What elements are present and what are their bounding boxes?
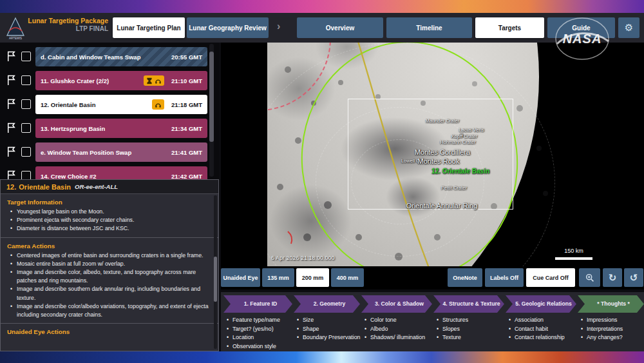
lens-button-135mm[interactable]: 135 mm [262,268,294,287]
app-title: Lunar Targeting Package [26,17,108,25]
bullet-item: Shadows/ illumination [370,333,432,342]
scrollbar-thumb[interactable] [209,52,214,142]
svg-text:ARTEMIS: ARTEMIS [9,37,22,40]
checkbox[interactable] [21,171,31,179]
step-chevron[interactable]: 4. Structure & Texture [433,295,504,313]
tab-lunar-geography-review[interactable]: Lunar Geography Review [187,17,269,38]
timeline-row[interactable]: 11. Glushko Crater (2/2) 21:10 GMT [0,70,219,91]
timeline-row[interactable]: e. Window Team Position Swap 21:41 GMT [0,142,219,162]
timeline-item-time: 21:41 GMT [167,149,202,156]
flag-icon[interactable] [6,146,17,157]
step-geologic-relations: 5. Geologic Relations Association Contac… [506,295,576,351]
tab-lunar-targeting-plan[interactable]: Lunar Targeting Plan [113,17,185,38]
tab-overview[interactable]: Overview [297,17,383,38]
camera-actions-section: Camera Actions Centered images of entire… [1,237,218,324]
settings-button[interactable]: ⚙ [618,17,639,38]
bullet-item: Association [515,316,576,325]
step-chevron[interactable]: 1. Feature ID [223,295,292,313]
lens-button-200mm[interactable]: 200 mm [296,268,329,287]
target-pronunciation: OR-ee-ent-ALL [75,183,118,190]
scrollbar-thumb[interactable] [214,257,217,302]
unaided-eye-actions-section: Unaided Eye Actions [1,323,218,340]
detail-scrollbar[interactable] [214,195,217,349]
zoom-in-button[interactable] [579,268,600,287]
observation-steps-panel: 1. Feature ID Feature type/name Target? … [221,292,644,351]
section-heading: Camera Actions [7,242,212,250]
step-chevron[interactable]: 2. Geometry [294,295,360,313]
timeline-row[interactable]: d. Cabin and Window Teams Swap 20:55 GMT [0,46,219,67]
timeline-list: d. Cabin and Window Teams Swap 20:55 GMT… [0,43,219,179]
top-bar: ARTEMIS Lunar Targeting Package LTP FINA… [0,13,644,43]
checkbox[interactable] [21,123,31,133]
status-badge [144,75,164,86]
rotate-cw-button[interactable]: ↻ [603,268,622,287]
step-chevron[interactable]: 5. Geologic Relations [506,295,576,313]
timeline-item-time: 21:10 GMT [167,77,202,84]
bullet-item: Contact habit [515,325,576,334]
tab-timeline[interactable]: Timeline [386,17,472,38]
bullet-item: Texture [442,333,504,342]
labels-toggle-button[interactable]: Labels Off [485,268,524,287]
timeline-scrollbar[interactable] [209,44,214,177]
step-chevron[interactable]: 3. Color & Shadow [361,295,432,313]
bullet-item: Image and describe color, albedo, textur… [17,268,212,285]
map-label: Maunder Crater [426,118,460,124]
bullet-item: Image and describe southern dark annular… [17,285,212,302]
section-heading: Unaided Eye Actions [7,328,212,335]
map-viewport[interactable]: Maunder Crater Lacus Veris Kopff Crater … [267,43,644,266]
target-information-section: Target Information Youngest large basin … [1,194,218,237]
step-structure-texture: 4. Structure & Texture Structures Slopes… [433,295,504,351]
flag-icon[interactable] [6,123,17,133]
timeline-item-label: 11. Glushko Crater (2/2) [41,77,144,84]
checkbox[interactable] [21,75,31,85]
bullet-item: Prominent ejecta with secondary crater c… [17,216,212,224]
flag-icon[interactable] [6,99,17,110]
hourglass-icon [146,77,153,84]
checkbox[interactable] [21,52,31,61]
bullet-item: Target? (yes/no) [232,325,292,334]
artemis-logo-icon: ARTEMIS [5,16,26,41]
tab-guide[interactable]: Guide [547,17,615,38]
lens-button-unaided-eye[interactable]: Unaided Eye [221,268,260,287]
app-window: ARTEMIS Lunar Targeting Package LTP FINA… [0,13,644,351]
rotate-ccw-button[interactable]: ↺ [624,268,643,287]
flag-icon[interactable] [6,170,17,179]
status-badge [152,99,164,110]
checkbox[interactable] [21,99,31,109]
timeline-row[interactable]: 14. Crew Choice #2 21:42 GMT [0,166,219,179]
timeline-row[interactable]: 13. Hertzsprung Basin 21:34 GMT [0,118,219,139]
bullet-item: Structures [442,316,504,325]
timeline-row-selected[interactable]: 12. Orientale Basin 21:18 GMT [0,94,219,115]
step-chevron[interactable]: * Thoughts * [578,295,644,313]
bullet-item: Impressions [587,316,644,325]
bullet-item: Slopes [442,325,504,334]
scale-bar [555,257,592,260]
flag-icon[interactable] [6,75,17,86]
onenote-button[interactable]: OneNote [448,268,482,287]
rotate-ccw-icon: ↺ [630,272,638,284]
map-label: Hohmann Crater [440,139,475,145]
timeline-item-label: d. Cabin and Window Teams Swap [41,54,167,61]
tab-targets[interactable]: Targets [475,17,544,38]
bullet-item: Feature type/name [232,316,292,325]
chevron-right-icon[interactable]: › [277,21,280,32]
gear-icon: ⚙ [625,22,633,34]
cue-card-toggle-button[interactable]: Cue Card Off [526,268,575,287]
bullet-item: Color tone [370,316,432,325]
bullet-item: Any changes? [587,333,644,342]
checkbox[interactable] [21,147,31,157]
timeline-item-time: 20:55 GMT [167,54,202,61]
step-color-shadow: 3. Color & Shadow Color tone Albedo Shad… [361,295,432,351]
lens-button-400mm[interactable]: 400 mm [331,268,364,287]
bullet-item: Youngest large basin on the Moon. [17,208,212,216]
target-number: 12. [6,183,16,191]
scale-label: 150 km [555,248,592,254]
app-title-block: Lunar Targeting Package LTP FINAL [26,17,108,32]
step-geometry: 2. Geometry Size Shape Boundary Preserva… [294,295,360,351]
bullet-item: Boundary Preservation [303,333,360,342]
timeline-item-time: 21:18 GMT [167,101,202,108]
flag-icon[interactable] [6,51,17,62]
step-thoughts: * Thoughts * Impressions Interpretations… [578,295,644,351]
bullet-item: Mosaic entire basin at full zoom w/ over… [17,260,212,268]
timeline-item-label: e. Window Team Position Swap [41,149,167,156]
